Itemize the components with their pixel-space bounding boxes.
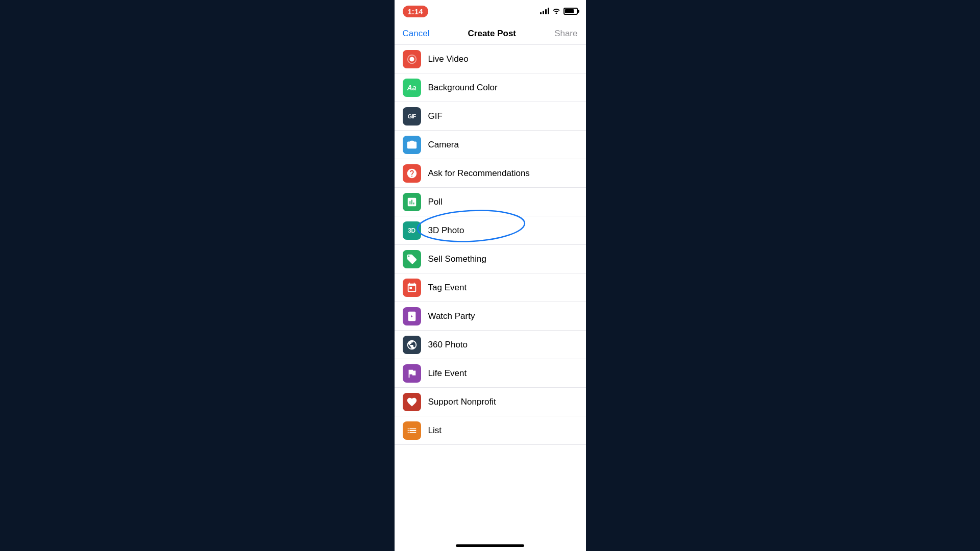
menu-item-360-photo[interactable]: 360 Photo <box>395 331 586 359</box>
360-photo-icon <box>403 336 421 354</box>
ask-recommendations-label: Ask for Recommendations <box>428 168 530 179</box>
tag-event-label: Tag Event <box>428 283 467 293</box>
menu-item-camera[interactable]: Camera <box>395 131 586 159</box>
status-icons <box>540 7 578 15</box>
menu-item-live-video[interactable]: Live Video <box>395 45 586 73</box>
home-indicator-bar <box>395 534 586 551</box>
menu-item-poll[interactable]: Poll <box>395 188 586 216</box>
gif-icon: GIF <box>403 107 421 126</box>
watch-party-icon <box>403 307 421 325</box>
3d-photo-label: 3D Photo <box>428 226 464 236</box>
watch-party-label: Watch Party <box>428 311 475 321</box>
menu-item-life-event[interactable]: Life Event <box>395 359 586 388</box>
menu-item-support-nonprofit[interactable]: Support Nonprofit <box>395 388 586 416</box>
background-color-label: Background Color <box>428 83 498 93</box>
home-indicator <box>456 544 524 547</box>
camera-label: Camera <box>428 140 459 150</box>
page-title: Create Post <box>468 29 516 39</box>
menu-item-sell-something[interactable]: Sell Something <box>395 245 586 273</box>
gif-label: GIF <box>428 111 443 121</box>
wifi-icon <box>552 7 560 15</box>
sell-something-label: Sell Something <box>428 254 486 264</box>
signal-icon <box>540 8 549 14</box>
tag-event-icon <box>403 279 421 297</box>
status-bar: 1:14 <box>395 0 586 22</box>
ask-recommendations-icon <box>403 164 421 183</box>
menu-item-tag-event[interactable]: Tag Event <box>395 273 586 302</box>
menu-list: Live Video Aa Background Color GIF GIF <box>395 45 586 534</box>
menu-item-3d-photo[interactable]: 3D 3D Photo <box>395 216 586 245</box>
background-color-icon: Aa <box>403 79 421 97</box>
camera-icon <box>403 136 421 154</box>
menu-item-list[interactable]: List <box>395 416 586 445</box>
sell-something-icon <box>403 250 421 268</box>
3d-photo-icon: 3D <box>403 221 421 240</box>
status-time: 1:14 <box>403 6 428 17</box>
menu-item-gif[interactable]: GIF GIF <box>395 102 586 131</box>
battery-icon <box>564 8 578 15</box>
360-photo-label: 360 Photo <box>428 340 468 350</box>
nav-bar: Cancel Create Post Share <box>395 22 586 45</box>
menu-item-ask-recommendations[interactable]: Ask for Recommendations <box>395 159 586 188</box>
live-video-label: Live Video <box>428 54 469 64</box>
life-event-label: Life Event <box>428 368 467 379</box>
svg-point-0 <box>409 57 414 61</box>
menu-item-watch-party[interactable]: Watch Party <box>395 302 586 331</box>
poll-icon <box>403 193 421 211</box>
poll-label: Poll <box>428 197 443 207</box>
support-nonprofit-icon <box>403 393 421 411</box>
live-video-icon <box>403 50 421 68</box>
list-label: List <box>428 425 442 436</box>
phone-frame: 1:14 Cancel Create Post Share <box>395 0 586 551</box>
share-button[interactable]: Share <box>554 29 577 39</box>
life-event-icon <box>403 364 421 383</box>
list-icon <box>403 421 421 440</box>
menu-item-background-color[interactable]: Aa Background Color <box>395 73 586 102</box>
support-nonprofit-label: Support Nonprofit <box>428 397 496 407</box>
cancel-button[interactable]: Cancel <box>403 29 430 39</box>
